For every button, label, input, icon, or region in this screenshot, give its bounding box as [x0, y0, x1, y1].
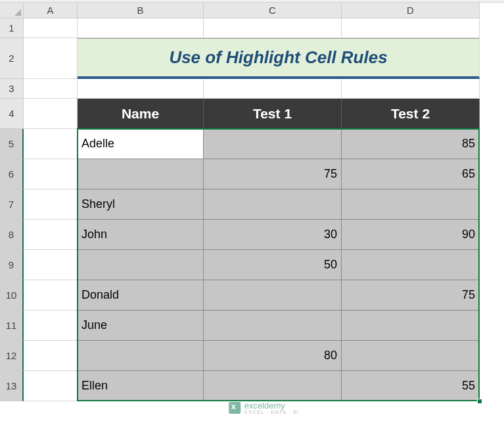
column-header-d[interactable]: D — [342, 3, 480, 18]
cell-a11[interactable] — [24, 311, 78, 341]
row-header-13[interactable]: 13 — [0, 371, 24, 401]
spreadsheet: A B C D 1 2 3 4 5 6 7 8 9 10 11 12 13 — [0, 0, 504, 423]
row-header-10[interactable]: 10 — [0, 280, 24, 311]
cell-c7[interactable] — [204, 189, 342, 220]
row-header-5[interactable]: 5 — [0, 129, 24, 159]
column-header-a[interactable]: A — [24, 3, 78, 18]
cell-c13[interactable] — [204, 371, 342, 401]
grid-body: Use of Highlight Cell Rules Name Test 1 … — [24, 18, 504, 423]
cell-d3[interactable] — [342, 79, 480, 99]
cell-b6[interactable] — [78, 159, 204, 189]
cell-a13[interactable] — [24, 371, 78, 401]
row-header-6[interactable]: 6 — [0, 159, 24, 189]
cell-c8[interactable]: 30 — [204, 220, 342, 250]
row-header-8[interactable]: 8 — [0, 220, 24, 250]
cell-c9[interactable]: 50 — [204, 250, 342, 280]
cell-b8[interactable]: John — [78, 220, 204, 250]
cell-b5[interactable]: Adelle — [78, 129, 204, 159]
row-header-3[interactable]: 3 — [0, 79, 24, 99]
cell-a5[interactable] — [24, 129, 78, 159]
watermark: exceldemy EXCEL · DATA · BI — [229, 401, 300, 415]
cell-c6[interactable]: 75 — [204, 159, 342, 189]
selection-fill-handle[interactable] — [477, 399, 482, 404]
cell-c1[interactable] — [204, 18, 342, 38]
cell-a6[interactable] — [24, 159, 78, 189]
title-cell[interactable]: Use of Highlight Cell Rules — [78, 38, 480, 79]
cell-a4[interactable] — [24, 99, 78, 129]
cell-c10[interactable] — [204, 280, 342, 311]
cell-a7[interactable] — [24, 189, 78, 220]
cell-a9[interactable] — [24, 250, 78, 280]
cell-b9[interactable] — [78, 250, 204, 280]
exceldemy-logo-icon — [229, 402, 241, 414]
cell-d13[interactable]: 55 — [342, 371, 480, 401]
header-test2[interactable]: Test 2 — [342, 99, 480, 129]
row-header-9[interactable]: 9 — [0, 250, 24, 280]
cell-a8[interactable] — [24, 220, 78, 250]
cell-a1[interactable] — [24, 18, 78, 38]
row-header-4[interactable]: 4 — [0, 99, 24, 129]
row-header-7[interactable]: 7 — [0, 189, 24, 220]
cell-b13[interactable]: Ellen — [78, 371, 204, 401]
cell-b12[interactable] — [78, 341, 204, 371]
cell-c12[interactable]: 80 — [204, 341, 342, 371]
row-header-12[interactable]: 12 — [0, 341, 24, 371]
cell-d9[interactable] — [342, 250, 480, 280]
column-headers-row: A B C D — [0, 3, 504, 18]
cell-d12[interactable] — [342, 341, 480, 371]
cell-a3[interactable] — [24, 79, 78, 99]
cell-b3[interactable] — [78, 79, 204, 99]
cell-c5[interactable] — [204, 129, 342, 159]
cell-d6[interactable]: 65 — [342, 159, 480, 189]
row-headers: 1 2 3 4 5 6 7 8 9 10 11 12 13 — [0, 18, 24, 423]
row-header-2[interactable]: 2 — [0, 38, 24, 79]
cell-d7[interactable] — [342, 189, 480, 220]
cell-a2[interactable] — [24, 38, 78, 79]
cell-d5[interactable]: 85 — [342, 129, 480, 159]
row-header-1[interactable]: 1 — [0, 18, 24, 38]
select-all-corner[interactable] — [0, 3, 24, 18]
column-header-b[interactable]: B — [78, 3, 204, 18]
cell-d11[interactable] — [342, 311, 480, 341]
column-header-c[interactable]: C — [204, 3, 342, 18]
cell-d10[interactable]: 75 — [342, 280, 480, 311]
header-test1[interactable]: Test 1 — [204, 99, 342, 129]
cell-a12[interactable] — [24, 341, 78, 371]
cell-c11[interactable] — [204, 311, 342, 341]
cell-b11[interactable]: June — [78, 311, 204, 341]
watermark-tagline: EXCEL · DATA · BI — [244, 409, 300, 415]
cell-b1[interactable] — [78, 18, 204, 38]
row-header-11[interactable]: 11 — [0, 311, 24, 341]
header-name[interactable]: Name — [78, 99, 204, 129]
cell-d1[interactable] — [342, 18, 480, 38]
cell-b10[interactable]: Donald — [78, 280, 204, 311]
cell-c3[interactable] — [204, 79, 342, 99]
cell-a10[interactable] — [24, 280, 78, 311]
cell-b7[interactable]: Sheryl — [78, 189, 204, 220]
cell-d8[interactable]: 90 — [342, 220, 480, 250]
grid-container: 1 2 3 4 5 6 7 8 9 10 11 12 13 — [0, 18, 504, 423]
